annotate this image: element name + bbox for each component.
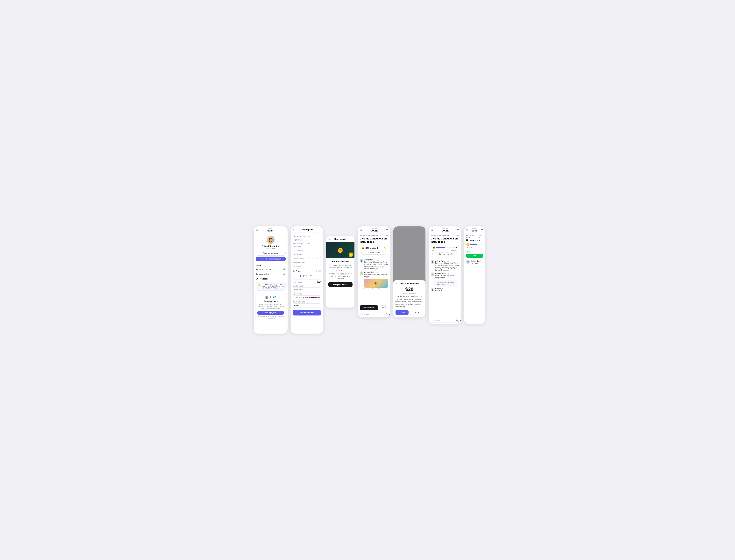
send-icon[interactable]: ➤ [389, 313, 390, 315]
s3-close-button[interactable]: ✕ [328, 238, 330, 240]
s7-backers-label: 2 backers [466, 247, 483, 248]
link-item-wishlist[interactable]: My Amazon wishlist 🔗 [254, 267, 288, 272]
s5-desc: Enter the minimum amount you need to com… [396, 296, 423, 308]
zip-input[interactable] [293, 303, 321, 308]
s6-chat-input[interactable] [431, 319, 455, 322]
s3-emoji: ✊ [337, 247, 343, 253]
decline-button[interactable]: Decline [379, 305, 388, 310]
s5-sublabel: amount requested [396, 292, 423, 294]
chat-avatar-2: 🎨 [360, 271, 363, 275]
zip-label: Zip / Postal code [293, 301, 321, 303]
brand-logo: bount.com bount [267, 228, 274, 232]
progress-meta: $20 2 backers [432, 250, 457, 252]
s5-amount: $20 [396, 286, 423, 292]
attach-icon[interactable]: 📎 [385, 313, 388, 315]
app-name: bount [267, 229, 274, 232]
s6-req-author[interactable]: Author Person [439, 235, 449, 236]
chat-area: 👤 Author Name Aug 4 For my friend Samant… [358, 258, 390, 304]
confirm-button[interactable]: Confirm [396, 310, 409, 315]
required-marker: * [302, 254, 303, 255]
s7-req-author[interactable]: Authe... [466, 236, 472, 238]
pledge-card: 😊 $20 pledged ✨ ↔ Counter offer [360, 245, 388, 256]
s6-domain: bount.com [442, 228, 449, 229]
close-button[interactable]: ✕ [293, 228, 295, 231]
add-details-input[interactable] [293, 264, 321, 268]
s6-avatar-1: 👤 [431, 260, 434, 264]
req-date: Aug 4 [384, 235, 388, 236]
send-request-button[interactable]: Send me a request [256, 251, 286, 256]
s6-backer-name: Backer_u... [435, 288, 459, 290]
s6-search-icon[interactable]: 🔍 [431, 229, 433, 231]
screens-container: 🔍 bount.com bount ☰ 👩 Olivia Elizabeth ✔… [254, 226, 481, 334]
setup-note: You'll be redirected to Stripe to comple… [257, 316, 284, 319]
chat-name-row-1: Author Name Aug 4 [364, 259, 388, 261]
s7-progress-section: 😊 2 backers [464, 243, 485, 249]
s7-domain: bount.com [472, 228, 478, 229]
update-counter-button[interactable]: ↔ Update counter offer [432, 252, 457, 256]
s7-brand: bount.com bount [472, 228, 478, 232]
log-in-link[interactable]: Log in [306, 243, 310, 244]
link-label-wishlist: My Amazon wishlist [256, 268, 271, 270]
s7-menu-icon[interactable]: ☰ [481, 229, 483, 231]
counter-icon: ↔ [368, 252, 370, 253]
s4-search-icon[interactable]: 🔍 [360, 229, 362, 231]
s7-search-icon[interactable]: 🔍 [466, 229, 469, 231]
s5-close-button[interactable]: ✕ [396, 282, 397, 285]
s7-req-by: Request by: Authe... [466, 235, 479, 238]
link-item-kitchen[interactable]: Buy me a kitchen 🔗 [254, 272, 288, 276]
cardholder-input[interactable] [293, 287, 321, 292]
s3-content: Request created Your request for @olivia… [326, 258, 354, 289]
s3-headline: Request created [328, 260, 353, 263]
pledge-amount-wrap: $20 pledged [366, 247, 378, 249]
star-badge: ⭐ [349, 252, 353, 257]
cancel-button[interactable]: Cancel [410, 310, 423, 315]
s7-chat-area: 👤 Author Nam... For my frien... [464, 259, 485, 324]
view-request-button[interactable]: View your request [328, 282, 353, 287]
chat-bubble-2: Creator Name Aug 4 Here's the image you … [364, 271, 388, 290]
s6-chat-msg-2: 🎨 Creator Name Aug 4 I love this idea! I… [431, 273, 459, 279]
link-icon: 🔗 [283, 268, 286, 270]
s4-menu-icon[interactable]: ☰ [386, 229, 388, 231]
search-icon[interactable]: 🔍 [256, 229, 258, 231]
s6-menu-icon[interactable]: ☰ [457, 229, 459, 231]
chat-input[interactable] [360, 312, 384, 316]
upload-image-button[interactable]: 👤 Upload an image [293, 274, 321, 278]
profile-section: 👩 Olivia Elizabeth ✔ @username Send me a… [254, 233, 288, 263]
create-custom-button[interactable]: + Create a custom request [256, 257, 286, 261]
req-author-link[interactable]: Author Person [368, 235, 378, 236]
tag-close-icon[interactable]: ✕ [301, 239, 302, 241]
my-requests-section: 💡 Tip: Add an offer to let people know w… [254, 281, 288, 292]
s7-join-section: W... Join [464, 249, 485, 259]
s6-attach-icon[interactable]: 📎 [456, 319, 459, 322]
s7-progress-bar [470, 244, 483, 245]
s3-topbar: ✕ New request [326, 236, 354, 242]
verified-badge: ✔ [278, 245, 279, 247]
pledge-label: Your pledge [293, 281, 302, 283]
pledge-val: $20 pledged [366, 247, 378, 249]
links-section-label: Links [254, 263, 288, 267]
backers-label: 2 backers [451, 250, 457, 252]
your-request-input[interactable] [293, 256, 321, 260]
menu-icon[interactable]: ☰ [283, 229, 286, 232]
s6-send-icon[interactable]: ➤ [460, 319, 461, 322]
chat-bubble-1: Author Name Aug 4 For my friend Samantha… [364, 259, 388, 270]
s6-avatar-2: 🎨 [431, 273, 434, 276]
join-button[interactable]: Join [466, 254, 483, 258]
submit-request-button[interactable]: Submit request [293, 310, 321, 315]
sparkle-icon: ✨ [383, 247, 386, 249]
setup-payouts-button[interactable]: Set up payouts [257, 311, 284, 315]
s6-text-1: For my friend Samantha, it's her upcomin… [435, 262, 459, 271]
private-toggle[interactable] [316, 270, 321, 272]
s4-brand: bount.com bount [371, 228, 378, 232]
progress-row: 😊 $40 [432, 246, 457, 249]
screen-chat-progress: 🔍 bount.com bount ☰ Request by: Author P… [429, 226, 461, 324]
chat-name-row-2: Creator Name Aug 4 [364, 271, 388, 273]
chat-date-1: Aug 4 [375, 259, 379, 261]
who-for-input[interactable]: @olivia ✕ [293, 238, 321, 242]
s7-bubble: Author Nam... For my frien... [471, 260, 483, 265]
counter-offer-button[interactable]: ↔ Counter offer [361, 251, 386, 255]
s3-body2: Complete your profile so you can track w… [328, 273, 353, 280]
mark-complete-button[interactable]: ✓ Mark completed [360, 305, 378, 310]
your-name-input[interactable] [293, 248, 321, 252]
s3-body1: Your request for @olivia will be posted … [328, 264, 353, 271]
